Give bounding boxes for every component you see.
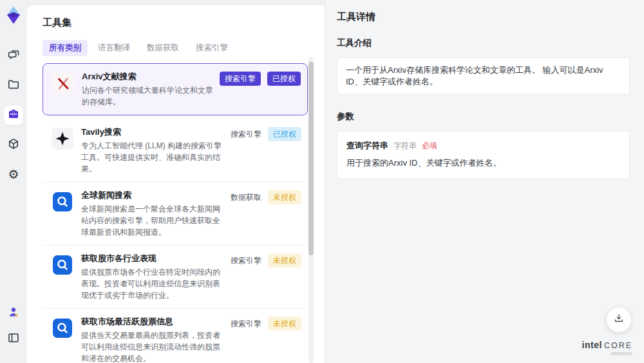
sidebar-item-chat[interactable] <box>4 46 23 66</box>
chat-icon <box>7 48 20 64</box>
tool-category-tag: 数据获取 <box>231 192 261 203</box>
tool-category-tag: 搜索引擎 <box>231 129 261 140</box>
tool-description: 访问各个研究领域大量科学论文和文章的存储库。 <box>82 84 214 108</box>
tool-category-tag: 搜索引擎 <box>220 72 261 86</box>
toolbox-icon <box>7 108 20 123</box>
tool-detail-panel: 工具详情 工具介绍 一个用于从Arxiv存储库搜索科学论文和文章的工具。 输入可… <box>325 0 644 363</box>
tool-status-badge: 未授权 <box>268 253 301 268</box>
tool-status-badge: 未授权 <box>268 190 301 204</box>
stock-active-icon <box>52 317 73 339</box>
scrollbar-thumb[interactable] <box>308 62 314 255</box>
tool-description: 专为人工智能代理 (LLM) 构建的搜索引擎工具。可快速提供实时、准确和真实的结… <box>81 140 225 175</box>
tool-title: Tavily搜索 <box>81 126 225 138</box>
tool-status-badge: 已授权 <box>267 72 301 86</box>
category-tab-0[interactable]: 所有类别 <box>43 40 88 56</box>
sidebar-item-gear[interactable]: ⚙ <box>4 165 23 184</box>
panel-toggle-button[interactable] <box>4 329 23 349</box>
news-search-icon <box>52 191 73 213</box>
tool-list-item[interactable]: 获取股市各行业表现 提供股票市场各个行业在特定时间段内的表现。投资者可以利用这些… <box>43 246 308 309</box>
param-required-badge: 必填 <box>422 141 437 152</box>
tool-description: 提供当天交易量最高的股票列表，投资者可以利用这些信息来识别流动性强的股票和潜在的… <box>81 329 225 363</box>
tool-category-tag: 搜索引擎 <box>231 319 261 329</box>
intel-wordmark: intel <box>582 340 602 350</box>
category-tab-1[interactable]: 语言翻译 <box>91 40 137 56</box>
stock-sector-icon <box>52 254 73 276</box>
tool-title: 获取市场最活跃股票信息 <box>81 316 225 328</box>
tool-description: 全球新闻搜索是一个聚合全球各大新闻网站内容的搜索引擎，帮助用户快速获取全球最新资… <box>81 203 225 238</box>
tool-title: 全球新闻搜索 <box>81 190 225 201</box>
avatar-icon <box>7 306 20 321</box>
download-icon <box>613 313 625 327</box>
download-button[interactable] <box>607 308 631 332</box>
gear-icon: ⚙ <box>8 168 19 181</box>
brand-subtext-bar <box>611 352 632 355</box>
tool-status-badge: 已授权 <box>268 127 301 141</box>
tool-list-item[interactable]: Tavily搜索 专为人工智能代理 (LLM) 构建的搜索引擎工具。可快速提供实… <box>43 119 308 182</box>
tavily-star-icon <box>52 128 73 150</box>
detail-title: 工具详情 <box>337 11 630 23</box>
tool-title: Arxiv文献搜索 <box>82 71 214 83</box>
tool-category-tag: 搜索引擎 <box>231 255 261 266</box>
sidebar-item-folder[interactable] <box>4 76 23 95</box>
sidebar-rail: ⚙ <box>0 0 27 363</box>
tool-list: Arxiv文献搜索 访问各个研究领域大量科学论文和文章的存储库。 搜索引擎 已授… <box>43 63 308 363</box>
tool-list-panel: 工具集 所有类别语言翻译数据获取搜索引擎 Arxiv文献搜索 访问各个研究领域大… <box>27 5 325 363</box>
intro-card: 一个用于从Arxiv存储库搜索科学论文和文章的工具。 输入可以是Arxiv ID… <box>337 57 630 95</box>
core-wordmark: CORE <box>604 341 632 350</box>
tool-description: 提供股票市场各个行业在特定时间段内的表现。投资者可以利用这些信息来识别表现优于或… <box>81 266 225 301</box>
sidebar-item-cube[interactable] <box>4 135 23 155</box>
param-card: 查询字符串 字符串 必填 用于搜索的Arxiv ID、关键字或作者姓名。 <box>337 131 630 179</box>
tool-title: 获取股市各行业表现 <box>81 253 225 264</box>
tool-list-item[interactable]: 全球新闻搜索 全球新闻搜索是一个聚合全球各大新闻网站内容的搜索引擎，帮助用户快速… <box>43 182 308 246</box>
app-logo <box>5 6 22 25</box>
tool-list-item[interactable]: Arxiv文献搜索 访问各个研究领域大量科学论文和文章的存储库。 搜索引擎 已授… <box>43 63 308 115</box>
page-title: 工具集 <box>43 17 308 29</box>
intro-heading: 工具介绍 <box>337 37 630 49</box>
tool-status-badge: 未授权 <box>268 317 301 331</box>
intel-core-logo: intelCORE <box>582 340 632 356</box>
avatar-button[interactable] <box>4 304 23 323</box>
params-heading: 参数 <box>337 111 630 123</box>
category-tab-3[interactable]: 搜索引擎 <box>189 40 234 56</box>
sidebar-bottom <box>4 304 23 355</box>
sidebar-item-toolbox[interactable] <box>4 106 23 125</box>
folder-icon <box>7 78 20 93</box>
arxiv-icon <box>52 72 74 94</box>
param-name: 查询字符串 <box>346 140 388 152</box>
list-scrollbar <box>308 57 314 363</box>
category-tab-2[interactable]: 数据获取 <box>140 40 185 56</box>
param-description: 用于搜索的Arxiv ID、关键字或作者姓名。 <box>346 157 620 169</box>
panel-toggle-icon <box>7 331 20 347</box>
sidebar-items: ⚙ <box>4 46 23 195</box>
category-tabs: 所有类别语言翻译数据获取搜索引擎 <box>43 40 308 56</box>
param-type: 字符串 <box>393 141 417 152</box>
tool-list-item[interactable]: 获取市场最活跃股票信息 提供当天交易量最高的股票列表，投资者可以利用这些信息来识… <box>43 309 308 363</box>
cube-icon <box>7 137 20 153</box>
